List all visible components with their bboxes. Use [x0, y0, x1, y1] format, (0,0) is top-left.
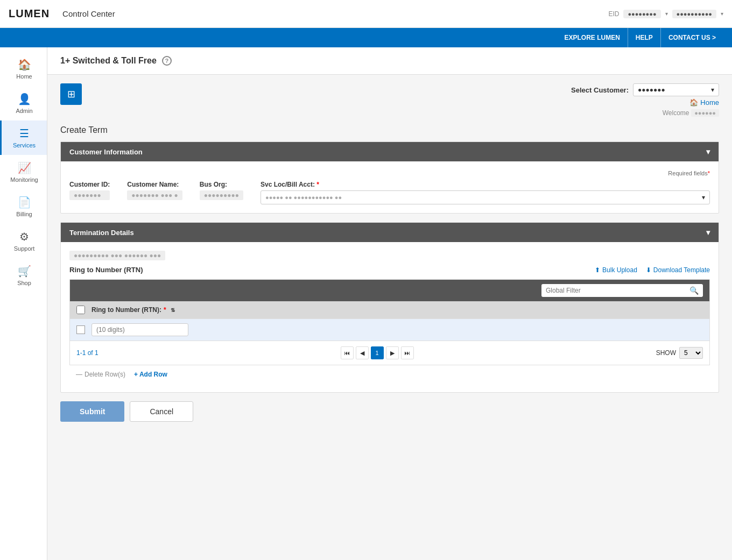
- download-template-icon: ⬇: [646, 266, 651, 274]
- column-header-rtn-text: Ring to Number (RTN):: [92, 306, 161, 314]
- select-customer-dropdown[interactable]: ●●●●●●● ▾: [633, 83, 719, 96]
- app-title: Control Center: [62, 9, 115, 18]
- pagination-count: 1-1 of 1: [76, 349, 98, 357]
- blue-nav: EXPLORE LUMEN HELP CONTACT US >: [0, 28, 732, 47]
- admin-icon: 👤: [18, 93, 31, 105]
- termination-details-chevron: ▾: [706, 228, 710, 237]
- welcome-row: Welcome ●●●●●●: [663, 109, 719, 117]
- row-checkbox[interactable]: [76, 325, 85, 334]
- download-template-link[interactable]: ⬇ Download Template: [646, 266, 710, 274]
- sidebar-label-home: Home: [16, 73, 32, 80]
- show-control: SHOW 5 10 25: [656, 347, 703, 359]
- customer-name-field: Customer Name: ●●●●●●● ●●● ●: [127, 181, 182, 200]
- sidebar-item-home[interactable]: 🏠 Home: [0, 52, 47, 86]
- eid-label: EID: [608, 10, 619, 18]
- customer-info-section: Customer Information ▾ Required fields* …: [60, 141, 719, 214]
- help-link[interactable]: HELP: [628, 28, 661, 47]
- sidebar-item-services[interactable]: ☰ Services: [0, 120, 47, 155]
- monitoring-icon: 📈: [18, 161, 31, 174]
- top-bar-right: EID ●●●●●●●● ▾ ●●●●●●●●●● ▾: [608, 10, 723, 18]
- submit-button[interactable]: Submit: [60, 401, 124, 422]
- svc-loc-required-star: *: [316, 181, 319, 188]
- pagination-row: 1-1 of 1 ⏮ ◀ 1 ▶ ⏭ SHOW: [70, 341, 709, 365]
- next-page-btn[interactable]: ▶: [386, 346, 399, 359]
- customer-info-header[interactable]: Customer Information ▾: [61, 142, 719, 161]
- column-header-rtn: Ring to Number (RTN): * ⇅: [92, 306, 175, 314]
- customer-id-value: ●●●●●●●: [69, 190, 110, 200]
- eid-value: ●●●●●●●●: [623, 10, 660, 18]
- sidebar-label-monitoring: Monitoring: [10, 176, 38, 183]
- download-template-label: Download Template: [653, 266, 710, 274]
- eid-dropdown-arrow[interactable]: ▾: [665, 11, 668, 17]
- last-page-btn[interactable]: ⏭: [401, 346, 414, 359]
- table-row: [70, 318, 709, 341]
- rtn-input[interactable]: [92, 323, 188, 336]
- sidebar-item-support[interactable]: ⚙ Support: [0, 224, 47, 258]
- show-select[interactable]: 5 10 25: [679, 347, 703, 359]
- add-row-label: + Add Row: [134, 371, 167, 378]
- rtn-actions: ⬆ Bulk Upload ⬇ Download Template: [595, 266, 710, 274]
- selected-customer-value: ●●●●●●●: [638, 86, 665, 94]
- svc-loc-dropdown[interactable]: ●●●●● ●● ●●●●●●●●●●● ●● ▾: [261, 190, 710, 204]
- term-subtitle: ●●●●●●●●● ●●● ●●●●●● ●●●: [69, 251, 165, 260]
- required-star: *: [708, 170, 710, 176]
- termination-details-section: Termination Details ▾ ●●●●●●●●● ●●● ●●●●…: [60, 222, 719, 393]
- app-icon: ⊞: [60, 83, 82, 105]
- sidebar-item-shop[interactable]: 🛒 Shop: [0, 258, 47, 293]
- pagination-controls: ⏮ ◀ 1 ▶ ⏭: [341, 346, 414, 359]
- customer-dropdown-arrow: ▾: [711, 86, 714, 94]
- customer-info-row: Customer ID: ●●●●●●● Customer Name: ●●●●…: [69, 181, 710, 204]
- first-page-btn[interactable]: ⏮: [341, 346, 354, 359]
- billing-icon: 📄: [18, 196, 31, 209]
- sidebar-item-admin[interactable]: 👤 Admin: [0, 86, 47, 120]
- page-1-btn[interactable]: 1: [371, 346, 384, 359]
- termination-details-header[interactable]: Termination Details ▾: [61, 223, 719, 242]
- svc-loc-field: Svc Loc/Bill Acct: * ●●●●● ●● ●●●●●●●●●●…: [261, 181, 710, 204]
- svc-loc-value: ●●●●● ●● ●●●●●●●●●●● ●●: [265, 194, 342, 201]
- logo-text: LUMEN: [9, 8, 50, 20]
- bulk-upload-label: Bulk Upload: [602, 266, 637, 274]
- welcome-label: Welcome: [663, 109, 689, 117]
- user-dropdown-arrow[interactable]: ▾: [721, 11, 723, 17]
- services-icon: ☰: [19, 127, 29, 140]
- select-all-checkbox[interactable]: [76, 306, 85, 314]
- top-actions-row: ⊞ Select Customer: ●●●●●●● ▾ 🏠 Home: [60, 83, 719, 117]
- sidebar-item-monitoring[interactable]: 📈 Monitoring: [0, 155, 47, 189]
- select-customer-row: Select Customer: ●●●●●●● ▾: [571, 83, 719, 96]
- table-toolbar: 🔍: [70, 280, 709, 301]
- sidebar-label-support: Support: [14, 245, 35, 252]
- prev-page-btn[interactable]: ◀: [356, 346, 369, 359]
- delete-label: Delete Row(s): [85, 371, 125, 378]
- delete-rows-link[interactable]: — Delete Row(s): [76, 371, 125, 378]
- content-area: ⊞ Select Customer: ●●●●●●● ▾ 🏠 Home: [47, 75, 732, 430]
- page-title: 1+ Switched & Toll Free: [60, 56, 157, 66]
- help-icon[interactable]: ?: [162, 56, 172, 66]
- customer-name-value: ●●●●●●● ●●● ●: [127, 190, 182, 200]
- user-value: ●●●●●●●●●●: [672, 10, 716, 18]
- layout: 🏠 Home 👤 Admin ☰ Services 📈 Monitoring 📄…: [0, 47, 732, 560]
- delete-icon: —: [76, 371, 82, 378]
- contact-us-link[interactable]: CONTACT US >: [661, 28, 723, 47]
- select-customer-label: Select Customer:: [571, 86, 629, 94]
- shop-icon: 🛒: [18, 265, 31, 278]
- show-label: SHOW: [656, 349, 676, 357]
- cancel-button[interactable]: Cancel: [130, 401, 193, 422]
- explore-lumen-link[interactable]: EXPLORE LUMEN: [557, 28, 628, 47]
- global-filter-wrap: 🔍: [541, 284, 703, 297]
- home-link[interactable]: 🏠 Home: [689, 98, 719, 107]
- bulk-upload-link[interactable]: ⬆ Bulk Upload: [595, 266, 637, 274]
- column-required-star: *: [164, 306, 166, 314]
- add-row-link[interactable]: + Add Row: [134, 371, 167, 378]
- rtn-label: Ring to Number (RTN): [69, 266, 143, 274]
- global-filter-input[interactable]: [546, 287, 686, 294]
- rtn-table: 🔍 Ring to Number (RTN): * ⇅: [69, 279, 710, 365]
- required-text: Required fields: [668, 170, 707, 176]
- required-note: Required fields*: [69, 170, 710, 176]
- customer-info-body: Required fields* Customer ID: ●●●●●●● Cu…: [61, 161, 719, 213]
- bus-org-value: ●●●●●●●●●: [200, 190, 243, 200]
- sort-icon[interactable]: ⇅: [171, 307, 175, 313]
- sidebar-item-billing[interactable]: 📄 Billing: [0, 189, 47, 224]
- table-head: Ring to Number (RTN): * ⇅: [70, 301, 709, 318]
- support-icon: ⚙: [19, 230, 29, 243]
- customer-info-title: Customer Information: [69, 148, 143, 156]
